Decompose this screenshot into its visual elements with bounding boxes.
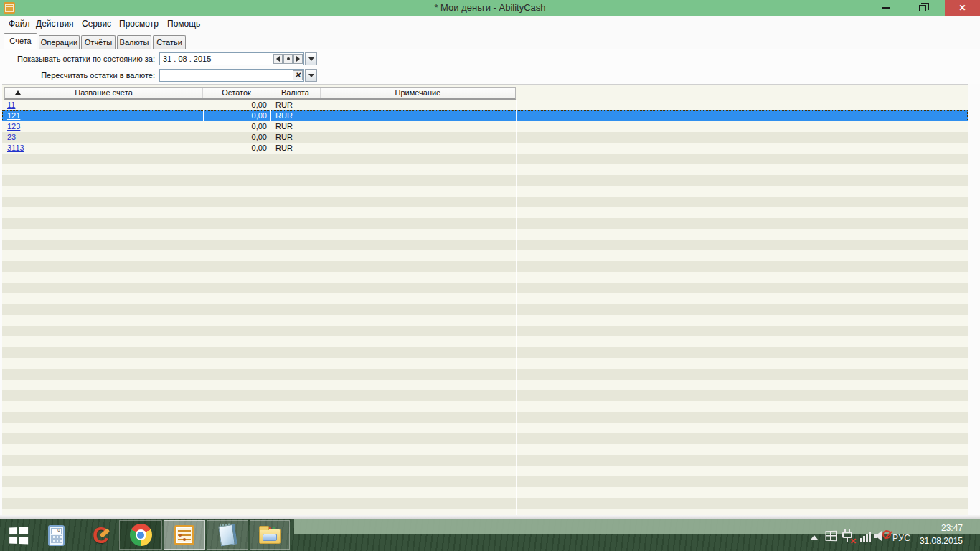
table-row[interactable]: 1230,00RUR [2,121,968,132]
menu-help[interactable]: Помощь [164,16,203,32]
column-header-note[interactable]: Примечание [321,88,515,98]
table-row[interactable] [2,390,968,401]
table-row[interactable] [2,336,968,347]
menu-actions[interactable]: Действия [33,16,77,32]
titlebar: * Мои деньги - AbilityCash ✕ [0,0,980,16]
filter-panel: Показывать остатки по состоянию за: 31 .… [0,49,980,84]
taskbar-chrome-button[interactable] [119,520,162,550]
table-row[interactable] [2,164,968,175]
menu-service[interactable]: Сервис [79,16,114,32]
table-row[interactable] [2,444,968,455]
table-row[interactable] [2,487,968,498]
table-row[interactable] [2,380,968,390]
table-row[interactable] [2,358,968,369]
table-row[interactable]: 110,00RUR [2,100,968,110]
table-row[interactable] [2,261,968,272]
account-link[interactable]: 23 [7,133,16,141]
table-row[interactable]: 230,00RUR [2,132,968,143]
column-header-name[interactable]: Название счёта [5,88,203,98]
accounts-table: Название счёта Остаток Валюта Примечание… [2,84,968,515]
table-row[interactable] [2,509,968,515]
table-row[interactable] [2,229,968,240]
volume-button[interactable] [874,529,891,542]
table-row[interactable] [2,240,968,250]
taskbar-ccleaner-button[interactable]: C [85,522,116,548]
action-center-button[interactable] [824,529,838,542]
tab-categories[interactable]: Статьи [153,35,186,49]
close-button[interactable]: ✕ [945,0,980,16]
tab-reports[interactable]: Отчёты [81,35,116,49]
currency-clear-button[interactable]: ✕ [293,70,303,80]
volume-muted-icon [874,529,891,542]
minimize-button[interactable] [868,0,903,16]
account-link[interactable]: 123 [7,122,20,131]
chevron-up-icon [811,535,818,540]
windows-logo-icon [9,527,28,544]
restore-icon [919,5,926,11]
column-header-balance[interactable]: Остаток [203,88,270,98]
date-dropdown-button[interactable] [305,52,317,65]
menu-view[interactable]: Просмотр [116,16,161,32]
table-row[interactable] [2,455,968,466]
account-note [321,143,516,154]
table-row[interactable] [2,466,968,476]
table-row[interactable] [2,412,968,423]
account-link[interactable]: 11 [7,100,15,109]
account-link[interactable]: 3113 [7,143,24,152]
column-end-divider [516,100,517,515]
start-button[interactable] [6,525,30,545]
date-value: 31 . 08 . 2015 [163,55,211,63]
hidden-icons-button[interactable] [809,534,819,541]
table-row[interactable] [2,197,968,207]
table-row[interactable] [2,207,968,218]
column-header-currency[interactable]: Валюта [270,88,321,98]
table-row[interactable] [2,423,968,433]
table-row[interactable] [2,272,968,283]
table-row[interactable] [2,347,968,358]
menu-file[interactable]: Файл [6,16,33,32]
date-step-forward-button[interactable] [293,54,303,64]
left-arrow-icon [273,56,280,62]
table-row[interactable] [2,498,968,509]
dot-icon [287,57,290,60]
restore-button[interactable] [905,0,940,16]
tab-bar: Счета Операции Отчёты Валюты Статьи [0,32,980,49]
date-current-button[interactable] [283,54,293,64]
taskbar-notepad-button[interactable] [207,520,248,550]
table-row[interactable] [2,315,968,326]
account-currency: RUR [270,110,321,121]
tab-currencies[interactable]: Валюты [117,35,151,49]
table-row[interactable] [2,293,968,304]
table-row[interactable] [2,250,968,261]
taskbar-abilitycash-button[interactable] [164,520,205,550]
table-row[interactable]: 31130,00RUR [2,143,968,154]
tab-operations[interactable]: Операции [39,35,80,49]
tab-accounts[interactable]: Счета [4,33,37,49]
table-row[interactable] [2,476,968,487]
taskbar-calculator-button[interactable] [42,523,70,547]
table-row[interactable] [2,433,968,444]
table-row[interactable]: 1210,00RUR [2,110,968,121]
table-row[interactable] [2,326,968,336]
table-row[interactable] [2,369,968,380]
account-link[interactable]: 121 [7,111,20,120]
taskbar-explorer-button[interactable] [250,520,290,550]
minimize-icon [882,7,890,9]
date-step-back-button[interactable] [273,54,283,64]
taskbar-clock[interactable]: 23:47 31.08.2015 [920,522,963,547]
language-indicator[interactable]: РУС [892,532,911,544]
table-row[interactable] [2,154,968,164]
table-row[interactable] [2,283,968,293]
table-row[interactable] [2,401,968,412]
network-status-button[interactable]: ✕ [839,528,855,544]
signal-status-button[interactable] [858,531,872,542]
table-row[interactable] [2,175,968,186]
action-center-flag-icon [825,531,837,541]
table-row[interactable] [2,186,968,197]
date-input[interactable]: 31 . 08 . 2015 [159,52,304,65]
currency-dropdown-button[interactable] [305,69,317,82]
signal-bars-icon [860,538,862,542]
table-row[interactable] [2,218,968,229]
currency-input[interactable]: ✕ [159,69,304,82]
table-row[interactable] [2,304,968,315]
